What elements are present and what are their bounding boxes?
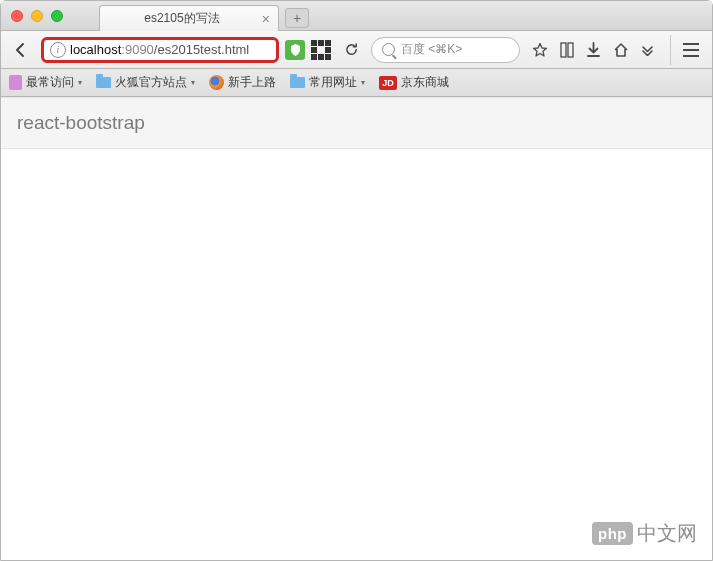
reload-button[interactable] — [337, 36, 365, 64]
url-text: localhost:9090/es2015test.html — [70, 42, 249, 57]
maximize-window-button[interactable] — [51, 10, 63, 22]
page-icon — [9, 75, 22, 90]
bookmark-firefox-official[interactable]: 火狐官方站点 ▾ — [96, 74, 195, 91]
address-bar[interactable]: i localhost:9090/es2015test.html — [41, 37, 279, 63]
chevron-down-icon: ▾ — [361, 78, 365, 87]
back-button[interactable] — [7, 36, 35, 64]
firefox-icon — [209, 75, 224, 90]
window-controls — [1, 10, 73, 22]
folder-icon — [96, 77, 111, 88]
bookmark-most-visited[interactable]: 最常访问 ▾ — [9, 74, 82, 91]
bookmark-label: 火狐官方站点 — [115, 74, 187, 91]
chevron-down-icon: ▾ — [78, 78, 82, 87]
page-viewport: react-bootstrap — [1, 97, 712, 560]
new-tab-button[interactable]: + — [285, 8, 309, 28]
bookmark-label: 京东商城 — [401, 74, 449, 91]
close-window-button[interactable] — [11, 10, 23, 22]
bookmark-label: 常用网址 — [309, 74, 357, 91]
bookmark-common-urls[interactable]: 常用网址 ▾ — [290, 74, 365, 91]
menu-button[interactable] — [670, 35, 700, 65]
url-port: :9090 — [121, 42, 154, 57]
bookmarks-bar: 最常访问 ▾ 火狐官方站点 ▾ 新手上路 常用网址 ▾ JD 京东商城 — [1, 69, 712, 97]
minimize-window-button[interactable] — [31, 10, 43, 22]
browser-window: es2105的写法 × + i localhost:9090/es2015tes… — [0, 0, 713, 561]
browser-tab[interactable]: es2105的写法 × — [99, 5, 279, 31]
close-tab-icon[interactable]: × — [262, 11, 270, 27]
toolbar: i localhost:9090/es2015test.html 百度 <⌘K> — [1, 31, 712, 69]
chevron-down-icon: ▾ — [191, 78, 195, 87]
search-icon — [382, 43, 395, 56]
page-heading: react-bootstrap — [1, 97, 712, 149]
bookmark-label: 新手上路 — [228, 74, 276, 91]
downloads-icon[interactable] — [586, 42, 601, 58]
url-path: /es2015test.html — [154, 42, 249, 57]
watermark-badge: php — [592, 522, 633, 545]
watermark-text: 中文网 — [637, 520, 697, 547]
svg-rect-0 — [561, 43, 566, 57]
svg-rect-1 — [568, 43, 573, 57]
reader-view-icon[interactable] — [560, 42, 574, 58]
url-host: localhost — [70, 42, 121, 57]
titlebar: es2105的写法 × + — [1, 1, 712, 31]
toolbar-right-icons — [526, 35, 706, 65]
home-icon[interactable] — [613, 42, 629, 58]
bookmark-star-icon[interactable] — [532, 42, 548, 58]
qr-code-icon[interactable] — [311, 40, 331, 60]
jd-icon: JD — [379, 76, 397, 90]
bookmark-getting-started[interactable]: 新手上路 — [209, 74, 276, 91]
bookmark-jd[interactable]: JD 京东商城 — [379, 74, 449, 91]
overflow-icon[interactable] — [641, 43, 654, 56]
site-info-icon[interactable]: i — [50, 42, 66, 58]
tab-title: es2105的写法 — [108, 10, 256, 27]
tab-strip: es2105的写法 × + — [99, 5, 309, 31]
search-box[interactable]: 百度 <⌘K> — [371, 37, 520, 63]
security-shield-icon[interactable] — [285, 40, 305, 60]
bookmark-label: 最常访问 — [26, 74, 74, 91]
search-placeholder: 百度 <⌘K> — [401, 41, 462, 58]
watermark: php 中文网 — [592, 520, 697, 547]
folder-icon — [290, 77, 305, 88]
